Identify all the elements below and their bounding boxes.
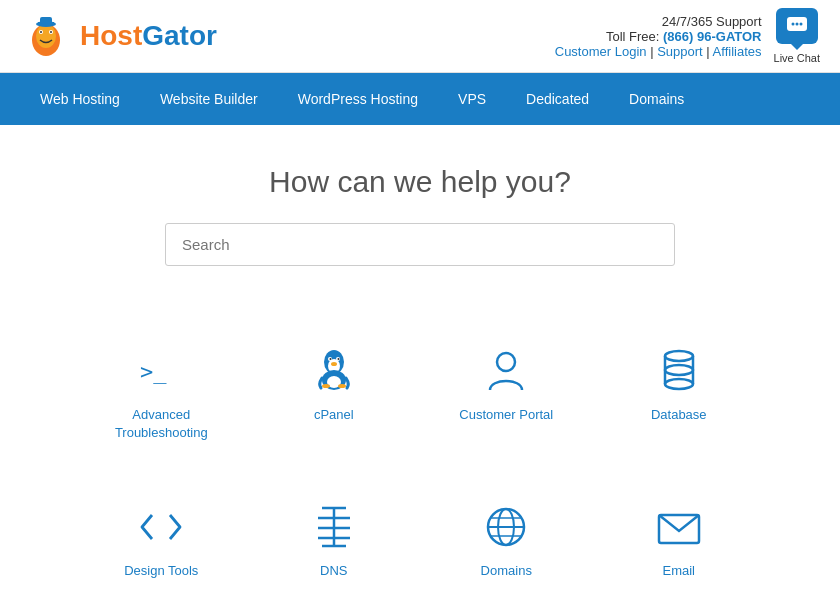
- grid-label-customer-portal: Customer Portal: [459, 406, 553, 424]
- grid-item-customer-portal[interactable]: Customer Portal: [425, 326, 588, 462]
- svg-point-12: [799, 23, 802, 26]
- grid-label-design-tools: Design Tools: [124, 562, 198, 580]
- live-chat-button[interactable]: Live Chat: [774, 8, 820, 64]
- svg-point-5: [50, 31, 52, 33]
- phone-line: Toll Free: (866) 96-GATOR: [555, 29, 762, 44]
- terminal-icon: >_: [136, 346, 186, 396]
- svg-point-27: [665, 365, 693, 375]
- chat-bubble-icon: [786, 16, 808, 36]
- support-links: Customer Login | Support | Affiliates: [555, 44, 762, 59]
- grid-label-email: Email: [662, 562, 695, 580]
- grid-label-dns: DNS: [320, 562, 347, 580]
- support-info: 24/7/365 Support Toll Free: (866) 96-GAT…: [555, 14, 762, 59]
- search-input[interactable]: [165, 223, 675, 266]
- svg-point-1: [36, 24, 56, 48]
- hero-section: How can we help you?: [0, 125, 840, 306]
- customer-login-link[interactable]: Customer Login: [555, 44, 647, 59]
- support-text: 24/7/365 Support: [555, 14, 762, 29]
- grid-label-advanced-troubleshooting: AdvancedTroubleshooting: [115, 406, 208, 442]
- nav-vps[interactable]: VPS: [438, 73, 506, 125]
- database-icon: [654, 346, 704, 396]
- svg-point-25: [497, 353, 515, 371]
- phone-number: (866) 96-GATOR: [663, 29, 762, 44]
- dns-icon: [309, 502, 359, 552]
- svg-rect-8: [38, 22, 54, 24]
- code-icon: [136, 502, 186, 552]
- grid-label-cpanel: cPanel: [314, 406, 354, 424]
- grid-item-advanced-troubleshooting[interactable]: >_ AdvancedTroubleshooting: [80, 326, 243, 462]
- svg-point-11: [795, 23, 798, 26]
- globe-icon: [481, 502, 531, 552]
- svg-point-19: [337, 358, 339, 360]
- logo-area: HostGator: [20, 10, 217, 62]
- logo-text: HostGator: [80, 20, 217, 52]
- grid-item-email[interactable]: Email: [598, 482, 761, 600]
- grid-label-domains: Domains: [481, 562, 532, 580]
- chat-icon: [776, 8, 818, 44]
- svg-point-18: [329, 358, 331, 360]
- svg-point-23: [322, 384, 330, 388]
- grid-item-domains[interactable]: Domains: [425, 482, 588, 600]
- search-container: [165, 223, 675, 266]
- top-bar: HostGator 24/7/365 Support Toll Free: (8…: [0, 0, 840, 73]
- icon-grid: >_ AdvancedTroubleshooting: [80, 326, 760, 605]
- grid-item-cpanel[interactable]: cPanel: [253, 326, 416, 462]
- svg-point-20: [331, 362, 337, 366]
- logo-gator-icon: [20, 10, 72, 62]
- hero-heading: How can we help you?: [20, 165, 820, 199]
- grid-item-design-tools[interactable]: Design Tools: [80, 482, 243, 600]
- grid-label-database: Database: [651, 406, 707, 424]
- grid-item-database[interactable]: Database: [598, 326, 761, 462]
- support-area: 24/7/365 Support Toll Free: (866) 96-GAT…: [555, 8, 820, 64]
- svg-point-10: [791, 23, 794, 26]
- svg-text:>_: >_: [140, 359, 167, 384]
- nav-web-hosting[interactable]: Web Hosting: [20, 73, 140, 125]
- user-icon: [481, 346, 531, 396]
- nav-domains[interactable]: Domains: [609, 73, 704, 125]
- nav-wordpress-hosting[interactable]: WordPress Hosting: [278, 73, 438, 125]
- affiliates-link[interactable]: Affiliates: [713, 44, 762, 59]
- support-link[interactable]: Support: [657, 44, 703, 59]
- grid-item-dns[interactable]: DNS: [253, 482, 416, 600]
- nav-website-builder[interactable]: Website Builder: [140, 73, 278, 125]
- svg-point-3: [40, 31, 42, 33]
- svg-point-26: [665, 351, 693, 361]
- icon-grid-section: >_ AdvancedTroubleshooting: [0, 306, 840, 605]
- main-nav: Web Hosting Website Builder WordPress Ho…: [0, 73, 840, 125]
- svg-point-28: [665, 379, 693, 389]
- live-chat-label: Live Chat: [774, 52, 820, 64]
- linux-icon: [309, 346, 359, 396]
- svg-point-24: [338, 384, 346, 388]
- email-icon: [654, 502, 704, 552]
- nav-dedicated[interactable]: Dedicated: [506, 73, 609, 125]
